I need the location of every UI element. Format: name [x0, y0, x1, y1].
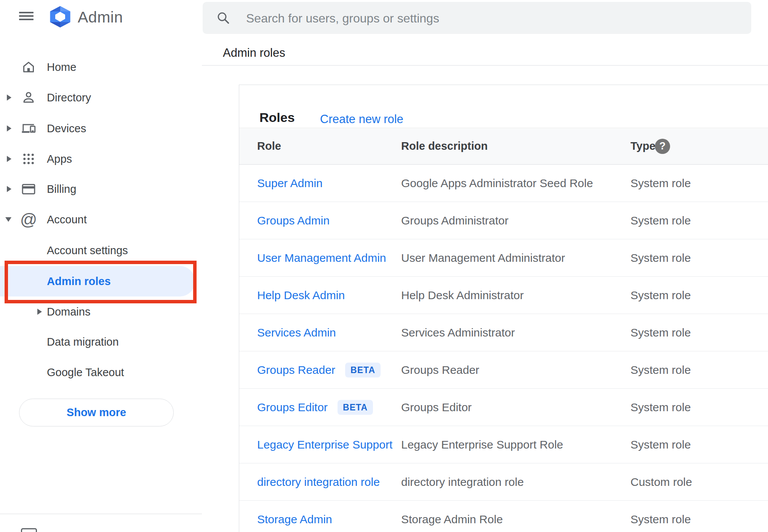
breadcrumb: Admin roles	[223, 46, 285, 60]
help-icon[interactable]: ?	[655, 139, 670, 154]
clipped-bottom-icon	[21, 528, 37, 532]
role-description: Google Apps Administrator Seed Role	[401, 177, 593, 190]
role-link[interactable]: Services Admin	[257, 326, 336, 339]
sidebar-item-home[interactable]: Home	[0, 52, 202, 82]
beta-badge: BETA	[345, 362, 381, 377]
sidebar-item-label: Admin roles	[47, 275, 111, 288]
sidebar: Home Directory Devices	[0, 0, 202, 532]
column-header-description: Role description	[401, 128, 488, 164]
sidebar-item-label: Account	[47, 213, 87, 226]
table-row: Groups Editor BETA Groups Editor System …	[239, 389, 768, 426]
sidebar-divider	[0, 514, 202, 514]
sidebar-item-label: Account settings	[47, 244, 128, 257]
sidebar-item-apps[interactable]: Apps	[0, 144, 202, 174]
search-input[interactable]	[245, 2, 742, 35]
table-header-row: Role Role description Type ?	[239, 128, 768, 165]
sidebar-item-devices[interactable]: Devices	[0, 113, 202, 144]
chevron-right-icon	[7, 186, 11, 192]
table-row: Services Admin Services Administrator Sy…	[239, 314, 768, 351]
sidebar-item-admin-roles[interactable]: Admin roles	[0, 266, 195, 296]
role-description: Services Administrator	[401, 326, 515, 339]
role-description: Help Desk Administrator	[401, 289, 524, 302]
role-link[interactable]: Legacy Enterprise Support	[257, 438, 392, 451]
role-description: Storage Admin Role	[401, 513, 503, 526]
chevron-right-icon	[7, 125, 11, 131]
roles-table-body: Super Admin Google Apps Administrator Se…	[239, 165, 768, 532]
chevron-right-icon	[7, 95, 11, 101]
chevron-down-icon	[5, 217, 11, 222]
role-type: System role	[630, 252, 691, 264]
role-link[interactable]: Groups Admin	[257, 214, 330, 227]
role-type: System role	[630, 177, 691, 190]
home-icon	[21, 59, 36, 75]
apps-grid-icon	[21, 151, 36, 167]
role-type: System role	[630, 214, 691, 227]
sidebar-item-label: Billing	[47, 183, 76, 195]
sidebar-item-label: Home	[47, 61, 76, 74]
at-sign-icon: @	[21, 212, 36, 227]
role-link[interactable]: Help Desk Admin	[257, 289, 345, 302]
table-row: Groups Admin Groups Administrator System…	[239, 202, 768, 239]
google-admin-console: Admin Admin roles Home	[0, 0, 768, 532]
role-description: Groups Reader	[401, 364, 479, 377]
card-title: Roles	[259, 110, 295, 125]
role-type: System role	[630, 364, 691, 377]
sidebar-item-billing[interactable]: Billing	[0, 174, 202, 204]
sidebar-item-label: Apps	[47, 153, 72, 165]
sidebar-item-label: Google Takeout	[47, 366, 124, 379]
column-header-type: Type	[630, 128, 656, 164]
table-row: directory integration role directory int…	[239, 463, 768, 501]
role-type: System role	[630, 513, 691, 526]
role-link[interactable]: Groups Editor	[257, 401, 328, 414]
sidebar-item-label: Domains	[47, 306, 90, 318]
sidebar-item-directory[interactable]: Directory	[0, 82, 202, 113]
role-link[interactable]: directory integration role	[257, 476, 380, 489]
chevron-right-icon	[7, 156, 11, 162]
sidebar-item-data-migration[interactable]: Data migration	[0, 327, 202, 357]
table-row: Storage Admin Storage Admin Role System …	[239, 501, 768, 532]
beta-badge: BETA	[338, 400, 373, 415]
table-row: User Management Admin User Management Ad…	[239, 239, 768, 277]
search-bar[interactable]	[203, 2, 751, 34]
table-row: Groups Reader BETA Groups Reader System …	[239, 351, 768, 389]
create-new-role-link[interactable]: Create new role	[320, 112, 403, 126]
roles-card: Roles Create new role Role Role descript…	[239, 85, 768, 532]
devices-icon	[21, 121, 36, 136]
person-icon	[21, 90, 36, 105]
table-row: Help Desk Admin Help Desk Administrator …	[239, 277, 768, 314]
sidebar-item-account[interactable]: @ Account	[0, 204, 202, 235]
search-icon	[216, 11, 230, 26]
sidebar-item-account-settings[interactable]: Account settings	[0, 235, 202, 266]
header-divider	[202, 65, 768, 66]
role-link[interactable]: User Management Admin	[257, 252, 386, 264]
role-type: Custom role	[630, 476, 692, 489]
role-type: System role	[630, 326, 691, 339]
role-description: directory integration role	[401, 476, 524, 489]
role-type: System role	[630, 438, 691, 451]
sidebar-item-domains[interactable]: Domains	[0, 296, 202, 327]
role-description: Groups Editor	[401, 401, 472, 414]
role-description: Groups Administrator	[401, 214, 509, 227]
role-link[interactable]: Super Admin	[257, 177, 323, 190]
role-type: System role	[630, 289, 691, 302]
credit-card-icon	[21, 181, 36, 197]
role-link[interactable]: Storage Admin	[257, 513, 332, 526]
sidebar-item-label: Data migration	[47, 336, 119, 348]
show-more-button[interactable]: Show more	[19, 399, 174, 426]
table-row: Legacy Enterprise Support Legacy Enterpr…	[239, 426, 768, 463]
table-row: Super Admin Google Apps Administrator Se…	[239, 165, 768, 202]
sidebar-item-label: Devices	[47, 122, 86, 135]
role-link[interactable]: Groups Reader	[257, 364, 335, 377]
role-description: Legacy Enterprise Support Role	[401, 438, 563, 451]
sidebar-item-google-takeout[interactable]: Google Takeout	[0, 357, 202, 388]
role-description: User Management Administrator	[401, 252, 565, 264]
column-header-role: Role	[257, 128, 281, 164]
chevron-right-icon	[37, 309, 42, 315]
role-type: System role	[630, 401, 691, 414]
sidebar-item-label: Directory	[47, 91, 91, 104]
